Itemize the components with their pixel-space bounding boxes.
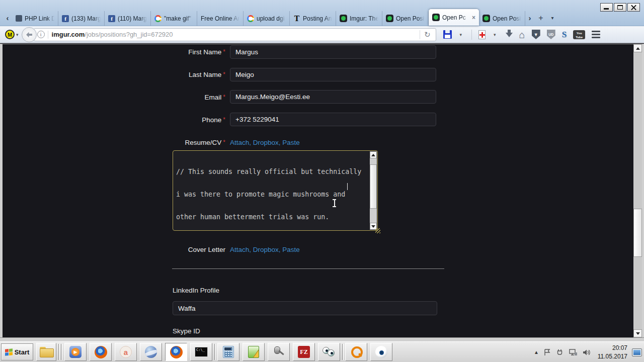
- taskbar-item-search-tool[interactable]: [345, 343, 367, 361]
- magnifier-icon: [350, 346, 362, 358]
- action-center-flag-icon[interactable]: [543, 348, 551, 356]
- extension-dropdown-icon[interactable]: ▾: [16, 32, 19, 37]
- resume-text: // This sounds really official but techn…: [176, 153, 367, 228]
- taskbar-item-seamonkey[interactable]: [140, 343, 162, 361]
- reload-icon[interactable]: ↻: [420, 30, 433, 39]
- first-name-label: First Name*: [3, 48, 225, 56]
- textarea-scrollbar[interactable]: [370, 151, 377, 230]
- greenhouse-icon: [340, 15, 347, 22]
- menu-icon[interactable]: [592, 31, 600, 38]
- taskbar-item-firefox-1[interactable]: [90, 343, 112, 361]
- taskbar-clock[interactable]: 20:07 11.05.2017: [598, 344, 627, 360]
- taskbar-item-sound-recorder[interactable]: [268, 343, 290, 361]
- show-desktop-monitor-icon[interactable]: [632, 348, 642, 356]
- downloads-icon[interactable]: [506, 33, 513, 41]
- scrollbar-thumb[interactable]: [633, 209, 642, 257]
- taskbar-item-a-app[interactable]: a: [115, 343, 137, 361]
- tab-facebook-133[interactable]: f (133) Marg: [58, 11, 105, 26]
- resume-textarea[interactable]: // This sounds really official but techn…: [173, 150, 378, 231]
- tab-open-positions-2[interactable]: Open Posit: [479, 11, 525, 26]
- taskbar-item-eyeball-app[interactable]: [370, 343, 392, 361]
- url-bar[interactable]: i imgur.com /jobs/positions?gh_jid=67292…: [34, 28, 436, 41]
- site-info-icon[interactable]: i: [37, 31, 45, 38]
- tab-upload-dgi[interactable]: upload dgi: [244, 11, 290, 26]
- notepad-icon: [248, 346, 259, 358]
- system-tray: ▲ 20:07 11.05.2017: [534, 342, 642, 362]
- tab-make-gif[interactable]: "make gif": [151, 11, 197, 26]
- clock-time: 20:07: [598, 344, 627, 352]
- taskbar-item-media-player[interactable]: ▶: [64, 343, 87, 361]
- last-name-field[interactable]: [230, 68, 436, 81]
- save-dropdown-icon[interactable]: ▾: [460, 32, 462, 37]
- new-tab-button[interactable]: +: [534, 10, 547, 26]
- toolbar-icons: ▾ ▾ ⌂ ▼ UD S You Tube: [443, 29, 601, 41]
- back-arrow-icon: [25, 31, 33, 39]
- s-extension-icon[interactable]: S: [562, 30, 567, 40]
- tab-facebook-110[interactable]: f (110) Marg: [105, 11, 151, 26]
- scroll-up-icon[interactable]: [633, 44, 642, 52]
- extension-m-icon[interactable]: M: [5, 30, 15, 39]
- save-page-icon[interactable]: [443, 30, 452, 39]
- phone-field[interactable]: [230, 113, 436, 126]
- taskbar-item-firefox-active[interactable]: [165, 343, 187, 361]
- tab-posting-an[interactable]: T Posting An: [290, 11, 336, 26]
- eyeball-icon: [375, 346, 387, 358]
- google-icon: [247, 15, 254, 22]
- tab-open-positions-active[interactable]: Open Pc ×: [429, 9, 479, 26]
- scroll-down-icon[interactable]: [633, 329, 642, 337]
- linkedin-field[interactable]: [173, 301, 437, 315]
- greenhouse-icon: [432, 14, 440, 21]
- cover-letter-label: Cover Letter: [3, 246, 225, 253]
- taskbar-item-command-prompt[interactable]: C:\_: [190, 343, 212, 361]
- cover-letter-attach-links[interactable]: Attach, Dropbox, Paste: [230, 246, 300, 253]
- facebook-icon: f: [108, 15, 115, 22]
- nyt-icon: T: [293, 15, 300, 22]
- shield-check-icon[interactable]: ▼: [532, 30, 540, 39]
- greenhouse-icon: [386, 15, 393, 22]
- tab-free-online-ani[interactable]: Free Online An: [197, 11, 244, 26]
- scroll-tabs-left-button[interactable]: ‹: [3, 10, 12, 26]
- window-bottom-border: [0, 337, 644, 341]
- scrollbar-thumb[interactable]: [370, 164, 377, 209]
- microphone-icon: [273, 346, 285, 358]
- back-button[interactable]: [22, 27, 37, 42]
- browser-scrollbar[interactable]: [633, 44, 642, 337]
- power-plug-icon[interactable]: [556, 348, 564, 356]
- close-tab-icon[interactable]: ×: [471, 14, 475, 21]
- scroll-tabs-right-button[interactable]: ›: [525, 10, 534, 26]
- resize-grip[interactable]: [375, 228, 380, 233]
- resume-attach-links[interactable]: Attach, Dropbox, Paste: [230, 139, 300, 146]
- start-button[interactable]: Start: [1, 343, 33, 360]
- taskbar-item-calculator[interactable]: 0: [217, 343, 239, 361]
- add-page-icon[interactable]: [478, 30, 486, 39]
- tray-expand-icon[interactable]: ▲: [534, 349, 539, 355]
- maximize-button[interactable]: [614, 3, 626, 12]
- email-field[interactable]: [230, 90, 436, 104]
- add-page-dropdown-icon[interactable]: ▾: [494, 32, 496, 37]
- tab-php-link[interactable]: PHP Link D: [12, 11, 58, 26]
- ud-shield-icon[interactable]: UD: [547, 30, 555, 39]
- tab-imgur[interactable]: Imgur: The: [336, 11, 382, 26]
- browser-titlebar: ‹ PHP Link D f (133) Marg f (110) Marg "…: [0, 0, 644, 26]
- first-name-field[interactable]: [230, 45, 436, 59]
- minimize-button[interactable]: [600, 3, 613, 12]
- youtube-icon[interactable]: You Tube: [573, 30, 585, 39]
- taskbar-item-filezilla[interactable]: FZ: [293, 343, 315, 361]
- resume-label: Resume/CV*: [3, 139, 225, 146]
- list-all-tabs-button[interactable]: ▾: [547, 10, 557, 26]
- last-name-label: Last Name*: [3, 71, 225, 78]
- skype-label: Skype ID: [173, 327, 200, 335]
- navigation-toolbar: M ▾ i imgur.com /jobs/positions?gh_jid=6…: [0, 26, 644, 43]
- home-icon[interactable]: ⌂: [519, 30, 525, 40]
- close-button[interactable]: [627, 3, 640, 12]
- scroll-up-icon[interactable]: [370, 151, 377, 158]
- window-controls: [600, 3, 640, 12]
- eyes-icon: [323, 347, 336, 357]
- network-icon[interactable]: [569, 348, 578, 356]
- phone-label: Phone*: [3, 116, 225, 124]
- taskbar-item-binoculars[interactable]: [318, 343, 340, 361]
- volume-icon[interactable]: [582, 348, 591, 356]
- tab-open-positions-1[interactable]: Open Posit: [382, 11, 429, 26]
- taskbar-item-explorer[interactable]: [36, 343, 56, 361]
- taskbar-item-notepadpp[interactable]: [243, 343, 265, 361]
